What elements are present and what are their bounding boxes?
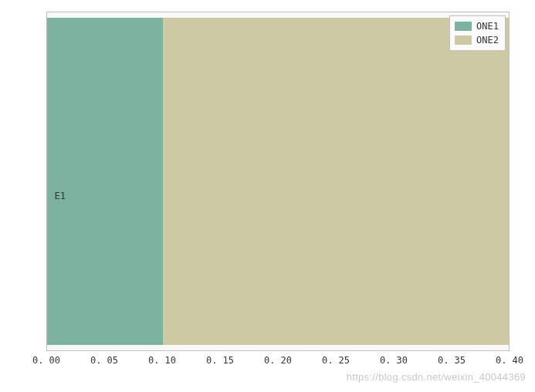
x-tick: 0. 15 [206,355,234,366]
y-tick-label-e1: E1 [55,191,66,201]
legend-swatch-one1 [455,22,472,31]
x-tick: 0. 40 [496,355,523,366]
legend-item-one1: ONE1 [455,19,499,33]
chart-container: ONE1 ONE2 [46,12,510,351]
x-tick: 0. 35 [438,355,466,366]
bar-row-e1 [47,18,509,346]
bar-segment-one2 [163,18,510,346]
legend-label: ONE2 [476,33,499,47]
x-tick: 0. 30 [380,355,408,366]
legend: ONE1 ONE2 [449,15,506,51]
x-tick: 0. 20 [264,355,292,366]
legend-label: ONE1 [476,19,499,33]
legend-swatch-one2 [455,35,472,45]
legend-item-one2: ONE2 [455,33,499,47]
plot-area: ONE1 ONE2 [46,12,510,351]
bar-segment-one1 [47,18,163,346]
x-tick: 0. 25 [322,355,350,366]
x-tick: 0. 10 [148,355,176,366]
x-tick: 0. 05 [90,355,118,366]
x-tick: 0. 00 [32,355,60,366]
x-axis: 0. 00 0. 05 0. 10 0. 15 0. 20 0. 25 0. 3… [46,355,510,378]
